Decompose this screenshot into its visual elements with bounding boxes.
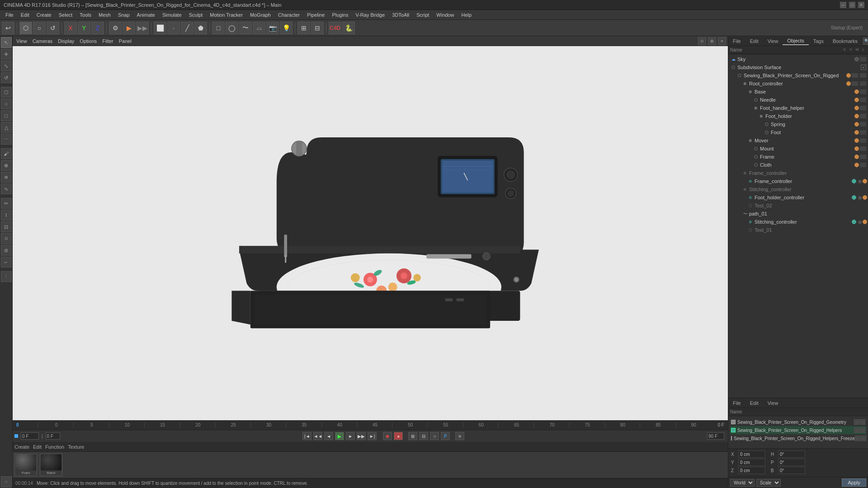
obj-mount[interactable]: ⬡ Mount [728,145,868,153]
del-keyframe-button[interactable]: ⊟ [419,432,428,440]
rotate-tool[interactable]: ↺ [1,72,12,83]
menu-character[interactable]: Character [274,11,303,19]
move-tool[interactable]: ✛ [1,49,12,60]
select-tool[interactable]: ↖ [1,37,12,48]
scale-select[interactable]: Scale [756,479,781,487]
extrude-tool[interactable]: ⊡ [1,221,12,232]
obj-foot-holder-ctrl[interactable]: ⊕ Foot_holder_controller ⊘ [728,193,868,202]
y-axis-button[interactable]: Y [78,22,90,34]
p-input[interactable] [778,459,805,466]
play-reverse-button[interactable]: ◄◄ [313,432,322,440]
obj-sky[interactable]: ☁ Sky [728,55,868,63]
menu-mograph[interactable]: MoGraph [246,11,274,19]
z-position-input[interactable] [738,467,765,474]
menu-motion-tracker[interactable]: Motion Tracker [206,11,246,19]
menu-window[interactable]: Window [433,11,458,19]
render-button[interactable]: ▶▶ [136,22,149,34]
obj-sewing[interactable]: ⬡ Sewing_Black_Printer_Screen_On_Rigged [728,71,868,80]
timeline-settings-2[interactable]: P [441,432,450,440]
deformer-button[interactable]: ⌓ [253,22,265,34]
viewport-tool-3[interactable]: □ [1,110,12,121]
obj-frame-ctrl-grp[interactable]: ⊕ Frame_controller [728,169,868,177]
viewport-tool-5[interactable]: ⋯ [1,134,12,145]
om-tags-tab[interactable]: Tags [809,38,828,45]
viewport-icon-2[interactable]: ⊞ [708,37,716,45]
viewport-icon-3[interactable]: ≡ [718,37,726,45]
material-fram[interactable]: Fram [14,454,37,476]
file-helpers[interactable]: Sewing_Black_Printer_Screen_On_Rigged_He… [730,426,866,434]
menu-plugins[interactable]: Plugins [328,11,352,19]
goto-end-button[interactable]: ►| [368,432,377,440]
slide-tool[interactable]: ⌐ [1,257,12,267]
viewport-options-menu[interactable]: Options [78,38,99,44]
viewport-tool-1[interactable]: ⬡ [1,87,12,98]
menu-3dtoall[interactable]: 3DToAll [388,11,413,19]
menu-vray[interactable]: V-Ray Bridge [352,11,388,19]
menu-simulate[interactable]: Simulate [159,11,185,19]
menu-help[interactable]: Help [458,11,475,19]
add-keyframe-button[interactable]: ⊞ [408,432,417,440]
menu-file[interactable]: File [2,11,17,19]
more-tools[interactable]: ⋮ [1,271,12,282]
scale-tool-button[interactable]: ○ [33,22,46,34]
sculpt-tool[interactable]: ≋ [1,172,12,183]
viewport-panel-menu[interactable]: Panel [117,38,133,44]
menu-mesh[interactable]: Mesh [95,11,114,19]
h-input[interactable] [778,450,805,458]
play-forward-button[interactable]: ▶▶ [357,432,366,440]
light-button[interactable]: 💡 [280,22,292,34]
x-position-input[interactable] [738,450,765,458]
viewport-filter-menu[interactable]: Filter [100,38,115,44]
current-frame-input[interactable] [21,432,39,440]
obj-path01[interactable]: 〜 path_01 [728,210,868,218]
props-view-tab[interactable]: View [763,399,783,407]
camera-button[interactable]: 📷 [266,22,279,34]
viewport-view-menu[interactable]: View [14,38,29,44]
menu-pipeline[interactable]: Pipeline [303,11,328,19]
twist-tool[interactable]: ∿ [1,183,12,194]
file-helpers-freeze[interactable]: Sewing_Black_Printer_Screen_On_Rigged_He… [730,434,866,442]
menu-select[interactable]: Select [55,11,76,19]
menu-sculpt[interactable]: Sculpt [185,11,207,19]
record-button[interactable]: ● [394,432,403,440]
om-objects-tab[interactable]: Objects [783,37,808,45]
obj-base[interactable]: ⊕ Base [728,88,868,96]
record-active-button[interactable]: ⏺ [383,432,392,440]
bridge-tool[interactable]: ⌇ [1,210,12,221]
viewport-tool-2[interactable]: ○ [1,99,12,109]
menu-tools[interactable]: Tools [76,11,95,19]
minimize-button[interactable]: ─ [840,2,846,8]
obj-root-controller[interactable]: ⊕ Root_controller [728,80,868,88]
mat-edit-menu[interactable]: Edit [33,444,42,450]
timeline-settings-1[interactable]: ○ [430,432,439,440]
scale-tool[interactable]: ⤡ [1,61,12,71]
viewport-cameras-menu[interactable]: Cameras [31,38,55,44]
obj-subdivision[interactable]: ⬡ Subdivision Surface ✓ [728,63,868,71]
om-edit-tab[interactable]: Edit [745,38,763,45]
obj-foot-handle[interactable]: ⊕ Foot_handle_helper [728,104,868,112]
polygon-mode-button[interactable]: ⬟ [194,22,207,34]
om-view-tab[interactable]: View [763,38,783,45]
menu-snap[interactable]: Snap [114,11,133,19]
obj-foot-holder[interactable]: ⊕ Foot_holder [728,112,868,120]
material-mach[interactable]: Mach [40,454,62,476]
python-button[interactable]: 🐍 [342,22,355,34]
mat-create-menu[interactable]: Create [14,444,29,450]
object-mode-button[interactable]: ⬜ [154,22,166,34]
file-geometry[interactable]: Sewing_Black_Printer_Screen_On_Rigged_Ge… [730,418,866,426]
menu-create[interactable]: Create [33,11,55,19]
obj-frame-ctrl[interactable]: ⊕ Frame_controller ⊘ [728,177,868,185]
props-edit-tab[interactable]: Edit [745,399,763,407]
grid-button[interactable]: ⊞ [297,22,310,34]
world-select[interactable]: World [730,479,755,487]
obj-frame[interactable]: ⬡ Frame [728,153,868,161]
obj-test01[interactable]: ⬡ Test_01 [728,226,868,234]
viewport-canvas[interactable] [13,46,728,420]
obj-foot[interactable]: ⬡ Foot [728,128,868,136]
step-forward-button[interactable]: ► [346,432,355,440]
viewport-tool-4[interactable]: △ [1,122,12,133]
menu-script[interactable]: Script [413,11,433,19]
undo-button[interactable]: ↩ [2,22,14,34]
edge-mode-button[interactable]: ╱ [181,22,193,34]
frame-rate-input[interactable] [46,432,60,440]
